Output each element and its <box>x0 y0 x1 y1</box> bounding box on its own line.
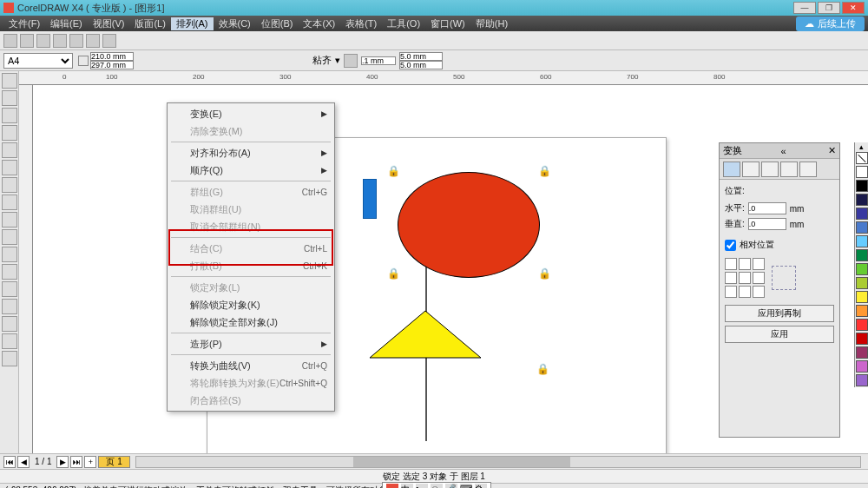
menu-item-造形(P)[interactable]: 造形(P)▶ <box>168 335 334 353</box>
cut-icon[interactable] <box>69 34 83 48</box>
polygon-tool[interactable] <box>2 212 17 228</box>
close-button[interactable]: ✕ <box>842 2 865 14</box>
scale-tab-icon[interactable] <box>761 162 779 177</box>
anchor-tl[interactable] <box>725 258 737 270</box>
cloud-upload-button[interactable]: ☁ 后续上传 <box>796 16 865 31</box>
snap-icon[interactable] <box>344 54 358 68</box>
ime-mode-button[interactable]: 中 <box>401 484 413 488</box>
prev-page-button[interactable]: ◀ <box>17 456 30 468</box>
palette-up-icon[interactable]: ▴ <box>855 142 868 151</box>
red-ellipse-shape[interactable] <box>398 172 540 278</box>
fill-tool[interactable] <box>2 333 17 349</box>
blue-rectangle-shape[interactable] <box>363 179 377 219</box>
maximize-button[interactable]: ❐ <box>818 2 840 14</box>
portrait-icon[interactable] <box>78 56 89 66</box>
apply-button[interactable]: 应用 <box>725 326 834 343</box>
menu-效果[interactable]: 效果(C) <box>214 17 256 30</box>
rotate-tab-icon[interactable] <box>742 162 760 177</box>
color-swatch[interactable] <box>856 180 868 192</box>
position-tab-icon[interactable] <box>723 162 740 177</box>
first-page-button[interactable]: ⏮ <box>3 456 16 468</box>
ime-logo-icon[interactable] <box>386 484 398 488</box>
color-swatch[interactable] <box>856 305 868 317</box>
shape-tool[interactable] <box>2 90 17 106</box>
eyedropper-tool[interactable] <box>2 299 17 314</box>
anchor-tc[interactable] <box>739 258 751 270</box>
nudge-input[interactable] <box>361 56 396 65</box>
menu-item-对齐和分布(A)[interactable]: 对齐和分布(A)▶ <box>168 144 334 162</box>
pick-tool[interactable] <box>2 73 17 89</box>
menu-item-顺序(Q)[interactable]: 顺序(Q)▶ <box>168 162 334 179</box>
menu-排列[interactable]: 排列(A) <box>171 17 214 30</box>
menu-item-解除锁定全部对象(J)[interactable]: 解除锁定全部对象(J) <box>168 313 334 331</box>
outline-tool[interactable] <box>2 316 17 332</box>
last-page-button[interactable]: ⏭ <box>70 456 82 468</box>
page-height-input[interactable] <box>90 61 134 69</box>
menu-版面[interactable]: 版面(L) <box>129 17 170 30</box>
paste-icon[interactable] <box>102 34 116 48</box>
size-tab-icon[interactable] <box>780 162 798 177</box>
color-swatch[interactable] <box>856 291 868 303</box>
docker-rollup-icon[interactable]: « <box>780 146 786 156</box>
color-swatch[interactable] <box>856 374 868 386</box>
new-icon[interactable] <box>3 34 17 48</box>
menu-窗口[interactable]: 窗口(W) <box>425 17 470 30</box>
menu-item-解除锁定对象(K)[interactable]: 解除锁定对象(K) <box>168 296 334 313</box>
vertical-input[interactable] <box>748 218 786 230</box>
interactive-tool[interactable] <box>2 281 17 297</box>
smart-fill-tool[interactable] <box>2 160 17 175</box>
color-swatch[interactable] <box>856 235 868 247</box>
anchor-mr[interactable] <box>753 272 765 284</box>
menu-文本[interactable]: 文本(X) <box>298 17 340 30</box>
apply-duplicate-button[interactable]: 应用到再制 <box>725 305 834 322</box>
anchor-br[interactable] <box>753 286 765 298</box>
color-swatch[interactable] <box>856 277 868 289</box>
color-swatch[interactable] <box>856 263 868 275</box>
page-size-select[interactable]: A4 <box>3 53 73 69</box>
copy-icon[interactable] <box>86 34 100 48</box>
next-page-button[interactable]: ▶ <box>56 456 69 468</box>
menu-编辑[interactable]: 编辑(E) <box>45 17 88 30</box>
add-page-button[interactable]: + <box>84 456 96 468</box>
menu-表格[interactable]: 表格(T) <box>340 17 382 30</box>
basic-shapes-tool[interactable] <box>2 229 17 245</box>
color-swatch[interactable] <box>856 208 868 220</box>
print-icon[interactable] <box>53 34 67 48</box>
color-swatch[interactable] <box>856 319 868 331</box>
horizontal-input[interactable] <box>748 202 786 214</box>
anchor-tr[interactable] <box>753 258 765 270</box>
crop-tool[interactable] <box>2 108 17 123</box>
color-swatch[interactable] <box>856 249 868 261</box>
page-tab[interactable]: 页 1 <box>98 456 129 468</box>
interactive-fill-tool[interactable] <box>2 351 17 366</box>
chevron-down-icon[interactable]: ▾ <box>335 55 340 66</box>
color-swatch[interactable] <box>856 346 868 359</box>
text-tool[interactable] <box>2 247 17 262</box>
dup-x-input[interactable] <box>399 52 443 61</box>
ime-mic-icon[interactable]: 🎤 <box>445 484 457 488</box>
menu-item-变换(E)[interactable]: 变换(E)▶ <box>168 105 334 122</box>
relative-checkbox[interactable] <box>725 240 736 251</box>
table-tool[interactable] <box>2 264 17 280</box>
freehand-tool[interactable] <box>2 142 17 158</box>
menu-视图[interactable]: 视图(V) <box>88 17 130 30</box>
horizontal-scrollbar[interactable] <box>135 456 861 468</box>
docker-close-icon[interactable]: ✕ <box>828 145 836 156</box>
menu-文件[interactable]: 文件(F) <box>3 17 45 30</box>
color-swatch[interactable] <box>856 333 868 345</box>
color-swatch[interactable] <box>856 221 868 234</box>
ime-settings-icon[interactable]: ⚙ <box>475 484 487 488</box>
menu-帮助[interactable]: 帮助(H) <box>470 17 513 30</box>
menu-item-转换为曲线(V)[interactable]: 转换为曲线(V)Ctrl+Q <box>168 357 334 374</box>
menu-工具[interactable]: 工具(O) <box>382 17 425 30</box>
minimize-button[interactable]: — <box>793 2 816 14</box>
ime-keyboard-icon[interactable]: ⌨ <box>460 484 472 488</box>
ime-punct-icon[interactable]: • <box>416 484 428 488</box>
menu-位图[interactable]: 位图(B) <box>256 17 299 30</box>
color-swatch[interactable] <box>856 360 868 373</box>
anchor-bc[interactable] <box>739 286 751 298</box>
open-icon[interactable] <box>20 34 34 48</box>
color-swatch[interactable] <box>856 166 868 178</box>
rectangle-tool[interactable] <box>2 177 17 193</box>
page-width-input[interactable] <box>90 52 134 61</box>
